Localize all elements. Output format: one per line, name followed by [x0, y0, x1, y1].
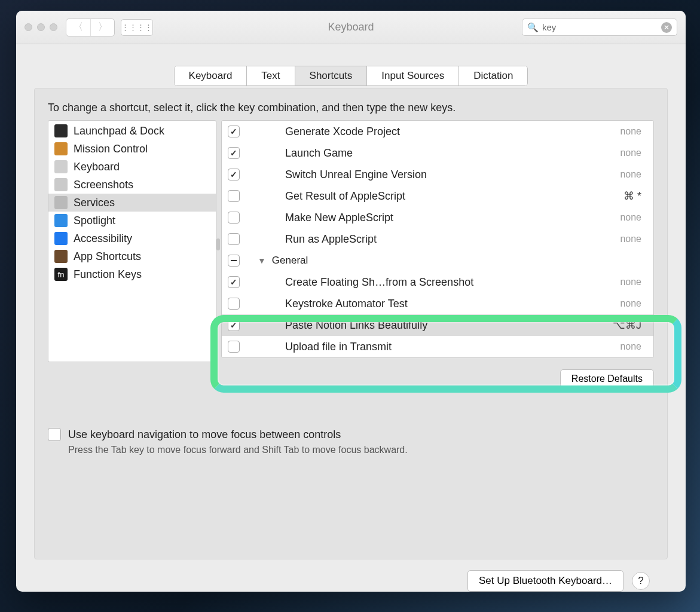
tab-dictation[interactable]: Dictation — [459, 66, 527, 85]
shortcut-keys[interactable]: none — [620, 212, 653, 223]
sidebar-item-label: Launchpad & Dock — [74, 125, 164, 137]
shortcut-label: Launch Game — [285, 147, 615, 160]
checkbox[interactable] — [228, 255, 240, 267]
category-icon — [54, 160, 68, 173]
shortcut-label: Generate Xcode Project — [285, 126, 615, 138]
shortcut-list[interactable]: Generate Xcode ProjectnoneLaunch Gamenon… — [221, 120, 654, 358]
sidebar-item-label: Services — [74, 197, 115, 209]
shortcut-keys[interactable]: none — [620, 169, 653, 180]
shortcut-keys[interactable]: none — [620, 341, 653, 352]
window-title: Keyboard — [328, 21, 374, 33]
shortcut-row[interactable]: Keystroke Automator Testnone — [222, 293, 653, 314]
checkbox[interactable] — [228, 276, 240, 288]
shortcut-label: Switch Unreal Engine Version — [285, 169, 615, 181]
search-icon: 🔍 — [527, 22, 539, 33]
shortcuts-panel: To change a shortcut, select it, click t… — [34, 88, 668, 559]
nav-group: 〈 〉 — [66, 19, 115, 36]
search-field-wrap[interactable]: 🔍 ✕ — [522, 19, 677, 36]
scrollbar-thumb[interactable] — [216, 238, 220, 250]
forward-button[interactable]: 〉 — [90, 19, 114, 36]
shortcut-label: Get Result of AppleScript — [285, 190, 619, 203]
category-icon — [54, 214, 68, 227]
shortcut-row[interactable]: Make New AppleScriptnone — [222, 207, 653, 228]
shortcut-row[interactable]: Upload file in Transmitnone — [222, 336, 653, 357]
close-window-icon[interactable] — [25, 23, 32, 31]
search-input[interactable] — [542, 22, 661, 32]
sidebar-item-app-shortcuts[interactable]: App Shortcuts — [48, 247, 216, 265]
shortcut-row[interactable]: Generate Xcode Projectnone — [222, 121, 653, 142]
keyboard-nav-subtext: Press the Tab key to move focus forward … — [68, 445, 654, 455]
sidebar-item-label: Mission Control — [74, 143, 148, 155]
category-icon — [54, 124, 68, 137]
bottom-bar: Set Up Bluetooth Keyboard… ? — [34, 559, 668, 592]
checkbox[interactable] — [228, 147, 240, 159]
zoom-window-icon[interactable] — [50, 23, 57, 31]
shortcut-label: Create Floating Sh…from a Screenshot — [285, 276, 615, 289]
checkbox[interactable] — [228, 233, 240, 245]
shortcut-keys[interactable]: none — [620, 148, 653, 158]
category-icon: fn — [54, 268, 68, 281]
restore-defaults-button[interactable]: Restore Defaults — [560, 369, 654, 388]
list-area: Launchpad & DockMission ControlKeyboardS… — [48, 120, 654, 362]
shortcut-group-header[interactable]: ▼General — [222, 250, 653, 271]
shortcut-row[interactable]: Launch Gamenone — [222, 142, 653, 164]
sidebar-item-mission-control[interactable]: Mission Control — [48, 140, 216, 158]
checkbox[interactable] — [228, 169, 240, 180]
tab-text[interactable]: Text — [247, 66, 295, 85]
help-button[interactable]: ? — [632, 572, 650, 590]
sidebar-item-screenshots[interactable]: Screenshots — [48, 176, 216, 194]
instruction-text: To change a shortcut, select it, click t… — [48, 102, 654, 114]
shortcut-keys[interactable]: none — [620, 277, 653, 287]
shortcut-row[interactable]: Paste Notion Links Beautifully⌥⌘J — [222, 314, 653, 336]
clear-search-button[interactable]: ✕ — [661, 22, 672, 33]
titlebar: 〈 〉 ⋮⋮⋮⋮ Keyboard 🔍 ✕ — [16, 11, 686, 44]
shortcut-row[interactable]: Get Result of AppleScript⌘ * — [222, 185, 653, 207]
category-icon — [54, 142, 68, 155]
minimize-window-icon[interactable] — [37, 23, 45, 31]
sidebar-item-spotlight[interactable]: Spotlight — [48, 212, 216, 230]
category-sidebar[interactable]: Launchpad & DockMission ControlKeyboardS… — [48, 120, 216, 362]
category-icon — [54, 196, 68, 209]
setup-bluetooth-button[interactable]: Set Up Bluetooth Keyboard… — [467, 570, 623, 592]
checkbox[interactable] — [228, 319, 240, 331]
shortcut-row[interactable]: Switch Unreal Engine Versionnone — [222, 164, 653, 185]
checkbox-icon[interactable] — [48, 428, 61, 441]
checkbox[interactable] — [228, 341, 240, 353]
shortcut-row[interactable]: Create Floating Sh…from a Screenshotnone — [222, 271, 653, 293]
shortcut-label: Run as AppleScript — [285, 233, 615, 246]
chevron-left-icon: 〈 — [74, 21, 83, 33]
back-button[interactable]: 〈 — [66, 19, 90, 36]
sidebar-item-launchpad-dock[interactable]: Launchpad & Dock — [48, 122, 216, 140]
checkbox[interactable] — [228, 126, 240, 137]
window-body: KeyboardTextShortcutsInput SourcesDictat… — [16, 44, 686, 592]
sidebar-item-accessibility[interactable]: Accessibility — [48, 230, 216, 247]
shortcut-label: Upload file in Transmit — [285, 341, 615, 353]
sidebar-item-function-keys[interactable]: fnFunction Keys — [48, 265, 216, 283]
tab-keyboard[interactable]: Keyboard — [175, 66, 247, 85]
shortcut-keys[interactable]: ⌥⌘J — [613, 319, 653, 332]
shortcut-keys[interactable]: ⌘ * — [623, 189, 653, 203]
sidebar-item-keyboard[interactable]: Keyboard — [48, 158, 216, 176]
category-icon — [54, 178, 68, 191]
checkbox[interactable] — [228, 298, 240, 310]
shortcut-keys[interactable]: none — [620, 234, 653, 244]
checkbox[interactable] — [228, 212, 240, 224]
sidebar-item-label: Accessibility — [74, 232, 132, 245]
sidebar-item-services[interactable]: Services — [48, 194, 216, 212]
checkbox[interactable] — [228, 190, 240, 202]
grid-icon: ⋮⋮⋮⋮ — [121, 23, 152, 32]
tab-shortcuts[interactable]: Shortcuts — [295, 66, 368, 85]
shortcut-keys[interactable]: none — [620, 298, 653, 309]
tab-input-sources[interactable]: Input Sources — [367, 66, 459, 85]
shortcut-row[interactable]: Run as AppleScriptnone — [222, 228, 653, 250]
sidebar-item-label: Spotlight — [74, 215, 115, 227]
sidebar-item-label: Function Keys — [74, 268, 142, 281]
group-label: General — [272, 255, 308, 267]
chevron-right-icon: 〉 — [98, 21, 108, 33]
show-all-button[interactable]: ⋮⋮⋮⋮ — [121, 19, 153, 36]
keyboard-nav-option[interactable]: Use keyboard navigation to move focus be… — [48, 428, 654, 441]
shortcut-keys[interactable]: none — [620, 126, 653, 137]
shortcut-label: Make New AppleScript — [285, 212, 615, 224]
traffic-lights — [25, 23, 57, 31]
disclosure-triangle-icon[interactable]: ▼ — [258, 256, 266, 265]
